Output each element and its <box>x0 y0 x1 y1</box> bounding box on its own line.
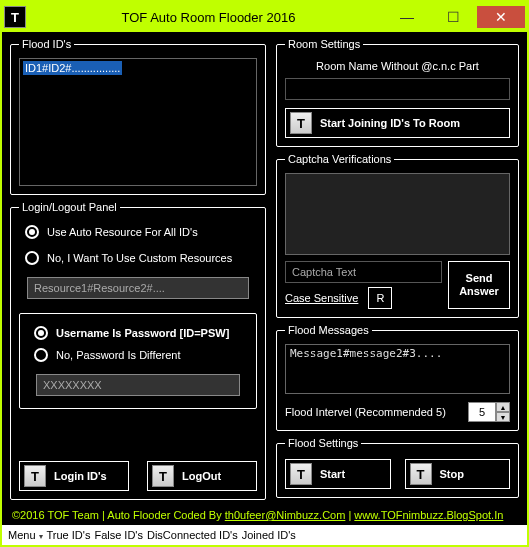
login-button-label: Login ID's <box>54 470 107 482</box>
stop-button[interactable]: T Stop <box>405 459 511 489</box>
interval-spinner[interactable]: ▲ ▼ <box>468 402 510 422</box>
menubar: Menu True ID's False ID's DisConnected I… <box>2 525 527 545</box>
custom-resource-radio[interactable]: No, I Want To Use Custom Resources <box>25 251 257 265</box>
captcha-legend: Captcha Verifications <box>285 153 394 165</box>
auto-resource-radio[interactable]: Use Auto Resource For All ID's <box>25 225 257 239</box>
radio-icon <box>34 326 48 340</box>
captcha-text-input[interactable] <box>285 261 442 283</box>
spinner-down-icon[interactable]: ▼ <box>496 412 510 422</box>
minimize-button[interactable]: — <box>385 6 429 28</box>
login-button[interactable]: T Login ID's <box>19 461 129 491</box>
flood-ids-group: Flood ID's ID1#ID2#................ <box>10 38 266 195</box>
case-sensitive-label: Case Sensitive <box>285 292 358 304</box>
app-icon: T <box>4 6 26 28</box>
captcha-group: Captcha Verifications Case Sensitive R S… <box>276 153 519 318</box>
resource-input[interactable] <box>27 277 249 299</box>
menu-disconnected-ids[interactable]: DisConnected ID's <box>147 529 238 541</box>
app-window: T TOF Auto Room Flooder 2016 — ☐ ✕ Flood… <box>2 2 527 545</box>
start-joining-label: Start Joining ID's To Room <box>320 117 460 129</box>
interval-value[interactable] <box>468 402 496 422</box>
start-button[interactable]: T Start <box>285 459 391 489</box>
footer-url[interactable]: www.TOFnimbuzz.BlogSpot.In <box>354 509 503 521</box>
flood-settings-group: Flood Settings T Start T Stop <box>276 437 519 498</box>
interval-label: Flood Intervel (Recommended 5) <box>285 406 446 418</box>
password-input[interactable] <box>36 374 240 396</box>
flood-messages-legend: Flood Messages <box>285 324 372 336</box>
username-is-password-radio[interactable]: Username Is Password [ID=PSW] <box>34 326 248 340</box>
logout-button[interactable]: T LogOut <box>147 461 257 491</box>
menu-false-ids[interactable]: False ID's <box>94 529 143 541</box>
radio-icon <box>25 251 39 265</box>
flood-messages-textarea[interactable]: Message1#message2#3.... <box>285 344 510 394</box>
menu-joined-ids[interactable]: Joined ID's <box>242 529 296 541</box>
logout-button-label: LogOut <box>182 470 221 482</box>
radio-icon <box>34 348 48 362</box>
flood-ids-legend: Flood ID's <box>19 38 74 50</box>
flood-messages-group: Flood Messages Message1#message2#3.... F… <box>276 324 519 431</box>
login-logout-panel: Login/Logout Panel Use Auto Resource For… <box>10 201 266 500</box>
login-panel-legend: Login/Logout Panel <box>19 201 120 213</box>
room-settings-group: Room Settings Room Name Without @c.n.c P… <box>276 38 519 147</box>
menu-menu[interactable]: Menu <box>8 529 43 541</box>
titlebar: T TOF Auto Room Flooder 2016 — ☐ ✕ <box>2 2 527 32</box>
client-area: Flood ID's ID1#ID2#................ Logi… <box>2 32 527 525</box>
t-icon: T <box>290 463 312 485</box>
footer-copyright: ©2016 TOF Team <box>12 509 99 521</box>
password-group: Username Is Password [ID=PSW] No, Passwo… <box>19 313 257 409</box>
t-icon: T <box>24 465 46 487</box>
radio-icon <box>25 225 39 239</box>
captcha-image <box>285 173 510 255</box>
room-settings-legend: Room Settings <box>285 38 363 50</box>
room-name-input[interactable] <box>285 78 510 100</box>
flood-settings-legend: Flood Settings <box>285 437 361 449</box>
close-button[interactable]: ✕ <box>477 6 525 28</box>
room-name-label: Room Name Without @c.n.c Part <box>285 60 510 72</box>
spinner-up-icon[interactable]: ▲ <box>496 402 510 412</box>
stop-button-label: Stop <box>440 468 464 480</box>
start-joining-button[interactable]: T Start Joining ID's To Room <box>285 108 510 138</box>
menu-true-ids[interactable]: True ID's <box>47 529 91 541</box>
footer-email: th0ufeer@Nimbuzz.Com <box>225 509 346 521</box>
flood-ids-textarea[interactable]: ID1#ID2#................ <box>19 58 257 186</box>
t-icon: T <box>152 465 174 487</box>
password-different-radio[interactable]: No, Password Is Different <box>34 348 248 362</box>
t-icon: T <box>290 112 312 134</box>
start-button-label: Start <box>320 468 345 480</box>
footer: ©2016 TOF Team | Auto Flooder Coded By t… <box>10 506 519 523</box>
t-icon: T <box>410 463 432 485</box>
window-title: TOF Auto Room Flooder 2016 <box>32 10 385 25</box>
maximize-button[interactable]: ☐ <box>431 6 475 28</box>
captcha-refresh-button[interactable]: R <box>368 287 392 309</box>
send-answer-button[interactable]: SendAnswer <box>448 261 510 309</box>
footer-sep: | <box>345 509 354 521</box>
footer-credits-prefix: | Auto Flooder Coded By <box>99 509 225 521</box>
